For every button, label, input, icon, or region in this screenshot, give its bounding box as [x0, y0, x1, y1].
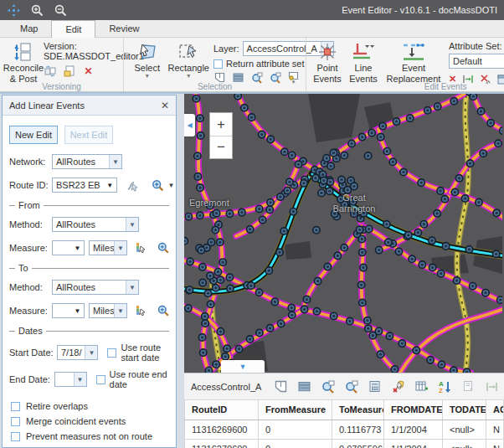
network-value: AllRoutes [53, 157, 109, 167]
zoom-route-dropdown-icon[interactable]: ▼ [168, 182, 175, 189]
from-measure-on-map-icon[interactable] [135, 242, 147, 255]
from-measure-caret-icon: ▼ [71, 241, 84, 255]
network-label: Network: [9, 157, 48, 167]
to-measure-input[interactable]: ▼ [52, 303, 85, 318]
table-cell: 1/1/2004 [384, 439, 443, 448]
table-column-header[interactable]: FROMDATE [384, 400, 443, 420]
collapse-table-button[interactable]: ▼ [221, 360, 265, 373]
table-select-polygon-icon[interactable] [274, 379, 288, 394]
table-cell: <null> [443, 439, 486, 448]
tab-review[interactable]: Review [95, 20, 152, 37]
to-method-caret-icon: ▼ [126, 281, 138, 294]
to-method-select[interactable]: AllRoutes ▼ [52, 280, 139, 295]
from-unit-select[interactable]: Miles ▼ [89, 240, 127, 255]
retire-overlaps-checkbox[interactable] [11, 402, 20, 411]
line-events-button[interactable]: Line Events [345, 39, 382, 85]
tab-map[interactable]: Map [7, 20, 51, 37]
to-unit-select[interactable]: Miles ▼ [89, 303, 127, 318]
table-column-header[interactable]: ToMeasure [332, 400, 384, 420]
right-area: Egremont Great Barrington ◀ + − ▼ Access… [184, 94, 504, 448]
map-zoom-in-button[interactable]: + [210, 113, 232, 136]
from-method-label: Method: [9, 219, 48, 229]
from-method-select[interactable]: AllRoutes ▼ [52, 217, 139, 232]
point-events-icon [317, 41, 337, 63]
change-version-icon[interactable] [44, 64, 56, 77]
return-attribute-set-checkbox[interactable] [213, 59, 223, 69]
map-zoom-out-button[interactable]: − [210, 136, 232, 158]
table-show-selected-icon[interactable] [297, 379, 311, 394]
group-edit-events: Point Events Line Events [306, 38, 504, 91]
zoom-to-route-icon[interactable] [152, 179, 164, 192]
table-column-header[interactable]: RouteID [185, 400, 259, 420]
new-version-icon[interactable] [63, 64, 75, 77]
table-row[interactable]: 1131626960000.11167731/1/2004<null>N [185, 420, 504, 439]
table-cell: 0 [259, 439, 332, 448]
rectangle-dropdown-icon[interactable]: ▾ [187, 74, 190, 79]
end-date-label: End Date: [9, 374, 50, 384]
zoom-in-icon[interactable] [30, 3, 44, 17]
from-legend: From [15, 200, 44, 210]
point-events-label: Point Events [311, 63, 344, 84]
end-date-input[interactable]: ▼ [54, 372, 87, 387]
use-route-start-date-label: Use route start date [121, 342, 169, 363]
table-zoom-to-selection-icon[interactable] [321, 379, 335, 394]
table-report-icon[interactable] [461, 379, 476, 394]
to-measure-label: Measure: [9, 306, 48, 316]
start-date-value: 7/18/ [58, 348, 85, 358]
prevent-measures-checkbox[interactable] [11, 432, 20, 441]
table-split-event-icon[interactable] [485, 379, 499, 394]
select-tool-icon [136, 41, 158, 63]
start-date-caret-icon: ▼ [85, 346, 97, 359]
new-edit-button[interactable]: New Edit [9, 126, 58, 144]
to-measure-on-map-icon[interactable] [135, 305, 147, 317]
edit-events-group-label: Edit Events [377, 82, 504, 91]
point-events-button[interactable]: Point Events [310, 39, 345, 85]
select-route-on-map-icon[interactable] [126, 179, 139, 192]
to-method-value: AllRoutes [53, 282, 126, 292]
from-unit-value: Miles [90, 243, 114, 253]
table-column-header[interactable]: FromMeasure [259, 400, 332, 420]
table-row[interactable]: 1131627060000.07955961/1/2004<null>N [185, 439, 504, 448]
ribbon-tab-bar: Map Edit Review [0, 20, 504, 38]
event-editor-app: Event Editor - v10.6.1 - docMassDOTI Map… [0, 0, 504, 448]
from-measure-input[interactable]: ▼ [52, 240, 85, 255]
table-unselect-icon[interactable] [391, 379, 405, 394]
attribute-set-select[interactable]: Default [449, 54, 504, 69]
map-view[interactable]: Egremont Great Barrington ◀ + − ▼ [184, 94, 504, 373]
collapse-panel-left-button[interactable]: ◀ [184, 114, 195, 136]
selection-group-label: Selection [124, 82, 306, 91]
select-dropdown-icon[interactable]: ▾ [146, 74, 149, 79]
from-measure-label: Measure: [9, 243, 48, 253]
zoom-out-icon[interactable] [54, 3, 67, 17]
close-panel-icon[interactable]: ✕ [161, 100, 169, 111]
table-column-header[interactable]: TODATE [443, 400, 486, 420]
add-linear-events-panel: Add Linear Events ✕ New Edit Next Edit N… [2, 95, 177, 448]
table-cell: <null> [443, 420, 486, 439]
select-button[interactable]: Select ▾ [127, 39, 167, 80]
table-sort-icon[interactable]: AZ [438, 379, 452, 394]
table-column-header[interactable]: AC [486, 400, 504, 420]
delete-version-icon[interactable]: ✕ [82, 64, 95, 77]
table-add-records-icon[interactable] [414, 379, 429, 394]
event-replacement-button[interactable]: Event Replacement [382, 39, 445, 85]
to-zoom-icon[interactable] [157, 305, 169, 317]
to-method-label: Method: [9, 282, 48, 292]
pan-icon[interactable] [7, 3, 20, 17]
dates-legend: Dates [15, 326, 46, 336]
use-route-end-date-checkbox[interactable] [96, 375, 105, 384]
use-route-start-date-checkbox[interactable] [107, 348, 116, 358]
merge-coincident-events-checkbox[interactable] [11, 417, 20, 426]
rectangle-button[interactable]: Rectangle ▾ [167, 39, 210, 80]
table-calculate-icon[interactable] [368, 379, 382, 394]
from-zoom-icon[interactable] [157, 242, 169, 255]
next-edit-button[interactable]: Next Edit [64, 126, 113, 144]
route-id-select[interactable]: BSR23 EB ▼ [52, 178, 117, 193]
table-layer-name: AccessControl_A [191, 382, 261, 392]
network-select[interactable]: AllRoutes ▼ [52, 154, 122, 169]
reconcile-post-button[interactable]: Reconcile & Post [3, 39, 44, 85]
start-date-input[interactable]: 7/18/ ▼ [57, 345, 98, 360]
attribute-set-label: Attribute Set: [449, 41, 504, 51]
table-pan-to-selection-icon[interactable] [344, 379, 358, 394]
tab-edit[interactable]: Edit [51, 20, 95, 38]
title-bar: Event Editor - v10.6.1 - docMassDOTI [0, 0, 504, 20]
